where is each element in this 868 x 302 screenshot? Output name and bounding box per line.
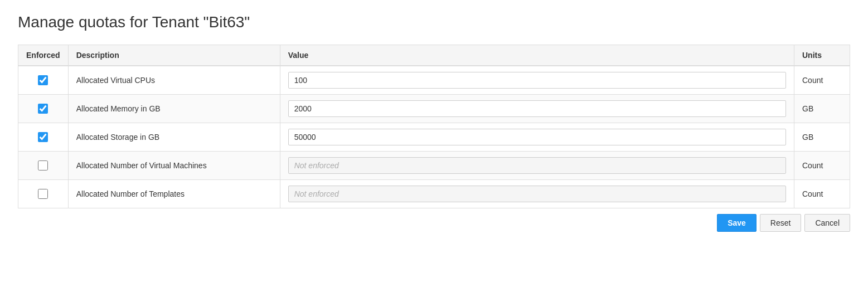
units-cell: GB xyxy=(794,95,850,123)
page-title: Manage quotas for Tenant "Bit63" xyxy=(18,13,850,31)
cancel-button[interactable]: Cancel xyxy=(804,214,850,232)
value-cell xyxy=(280,95,794,123)
value-input-vms xyxy=(288,157,786,174)
value-cell xyxy=(280,152,794,180)
description-cell: Allocated Storage in GB xyxy=(68,123,280,152)
header-enforced: Enforced xyxy=(18,45,69,66)
reset-button[interactable]: Reset xyxy=(760,214,802,232)
units-cell: Count xyxy=(794,66,850,95)
value-cell xyxy=(280,66,794,95)
value-input-templates xyxy=(288,186,786,202)
enforced-checkbox-templates[interactable] xyxy=(38,189,48,199)
table-row: Allocated Virtual CPUsCount xyxy=(18,66,850,95)
enforced-checkbox-vms[interactable] xyxy=(38,160,48,171)
header-value: Value xyxy=(280,45,794,66)
table-header: Enforced Description Value Units xyxy=(18,45,850,66)
enforced-cell xyxy=(18,66,69,95)
table-body: Allocated Virtual CPUsCountAllocated Mem… xyxy=(18,66,850,208)
units-cell: GB xyxy=(794,123,850,152)
description-cell: Allocated Virtual CPUs xyxy=(68,66,280,95)
table-row: Allocated Storage in GBGB xyxy=(18,123,850,152)
value-cell xyxy=(280,123,794,152)
save-button[interactable]: Save xyxy=(717,214,757,232)
enforced-cell xyxy=(18,180,69,208)
button-row: Save Reset Cancel xyxy=(18,208,850,232)
description-cell: Allocated Number of Templates xyxy=(68,180,280,208)
checkbox-wrapper xyxy=(26,160,60,171)
enforced-cell xyxy=(18,95,69,123)
description-cell: Allocated Number of Virtual Machines xyxy=(68,152,280,180)
quotas-table: Enforced Description Value Units Allocat… xyxy=(18,45,850,208)
enforced-checkbox-memory[interactable] xyxy=(38,104,48,114)
description-cell: Allocated Memory in GB xyxy=(68,95,280,123)
enforced-cell xyxy=(18,123,69,152)
checkbox-wrapper xyxy=(26,104,60,114)
enforced-checkbox-storage[interactable] xyxy=(38,132,48,142)
units-cell: Count xyxy=(794,152,850,180)
header-units: Units xyxy=(794,45,850,66)
header-description: Description xyxy=(68,45,280,66)
checkbox-wrapper xyxy=(26,189,60,199)
table-row: Allocated Memory in GBGB xyxy=(18,95,850,123)
table-row: Allocated Number of Virtual MachinesCoun… xyxy=(18,152,850,180)
value-cell xyxy=(280,180,794,208)
checkbox-wrapper xyxy=(26,75,60,85)
value-input-vcpus[interactable] xyxy=(288,72,786,89)
value-input-memory[interactable] xyxy=(288,100,786,117)
units-cell: Count xyxy=(794,180,850,208)
table-row: Allocated Number of TemplatesCount xyxy=(18,180,850,208)
checkbox-wrapper xyxy=(26,132,60,142)
value-input-storage[interactable] xyxy=(288,129,786,145)
enforced-cell xyxy=(18,152,69,180)
enforced-checkbox-vcpus[interactable] xyxy=(38,75,48,85)
